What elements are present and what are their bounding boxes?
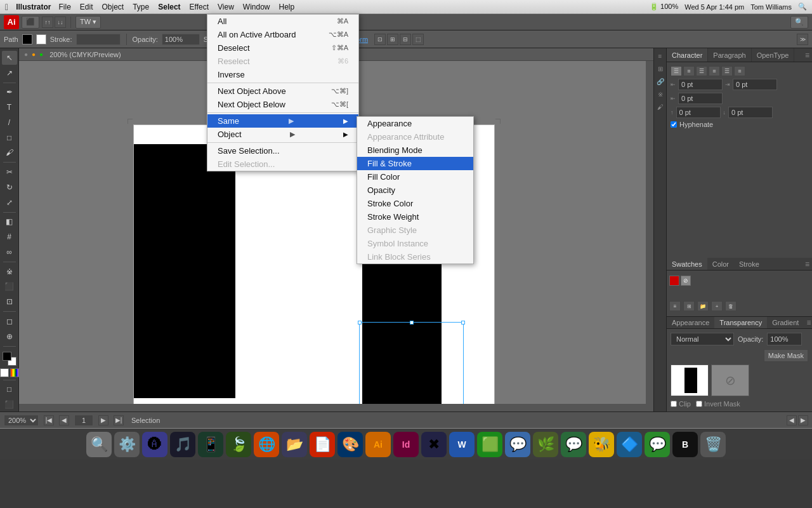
last-page-btn[interactable]: ▶| [114,415,124,425]
twinw-button[interactable]: TW ▾ [75,16,101,29]
artboards-panel-btn[interactable]: ⊞ [655,64,665,74]
menu-object[interactable]: Object [102,3,124,11]
invert-checkbox[interactable] [696,401,702,407]
horizontal-scrollbar[interactable] [19,404,646,411]
minimize-btn[interactable]: ● [32,51,36,58]
mask-preview-image[interactable] [671,364,709,396]
swatch-grid-view[interactable]: ⊞ [683,301,695,311]
send-back-button[interactable]: ↓↓ [55,17,66,28]
dock-photoshop[interactable]: 🎨 [337,432,363,457]
clip-checkbox[interactable] [671,401,677,407]
space-after-input[interactable] [728,107,773,118]
menu-type[interactable]: Type [133,3,149,11]
menu-edit[interactable]: Edit [80,3,93,11]
menu-effect[interactable]: Effect [190,3,209,11]
dock-word[interactable]: W [449,432,475,457]
right-indent-input[interactable] [733,79,777,90]
mesh-tool[interactable]: # [2,230,17,244]
align-center[interactable]: ≡ [683,66,695,76]
handle-tl[interactable] [358,321,362,324]
submenu-fill-stroke[interactable]: Fill & Stroke [357,157,473,170]
handle-tr[interactable] [461,321,465,324]
slice-tool[interactable]: ⊡ [2,295,17,309]
pen-tool[interactable]: ✒ [2,85,17,99]
dock-bee[interactable]: 🐝 [589,432,614,457]
submenu-opacity[interactable]: Opacity [357,184,473,197]
red-swatch[interactable] [669,276,679,286]
align-justify[interactable]: ≡ [709,66,720,76]
menu-all[interactable]: All ⌘A [207,15,358,28]
align-left[interactable]: ☰ [671,66,682,76]
next-page-btn[interactable]: ▶ [98,415,108,425]
menu-all-artboard[interactable]: All on Active Artboard ⌥⌘A [207,28,358,41]
bottom-panel-menu[interactable]: ≡ [804,318,812,327]
close-btn[interactable]: ● [24,51,28,58]
opacity-input[interactable] [162,34,200,45]
submenu-stroke-color[interactable]: Stroke Color [357,197,473,210]
apple-icon[interactable]:  [5,2,8,12]
blend-tool[interactable]: ∞ [2,245,17,259]
wrap-btn[interactable]: ⬚ [412,34,424,45]
menu-window[interactable]: Window [243,3,270,11]
submenu-appearance[interactable]: Appearance [357,117,473,130]
type-tool[interactable]: T [2,100,17,114]
spacing-btn[interactable]: ⊟ [400,34,411,45]
tab-transparency[interactable]: Transparency [714,317,767,328]
symbols-panel-btn[interactable]: ※ [655,89,665,99]
align-justify-all[interactable]: ≡ [734,66,745,76]
distribute-btn[interactable]: ⊞ [387,34,398,45]
dock-chrome[interactable]: 🌐 [254,432,279,457]
links-panel-btn[interactable]: 🔗 [655,76,665,86]
menu-help[interactable]: Help [279,3,295,11]
menu-save-selection[interactable]: Save Selection... [207,144,358,157]
bring-front-button[interactable]: ↑↑ [42,17,53,28]
stroke-input[interactable] [76,34,121,45]
first-line-indent[interactable] [678,93,723,104]
swatch-add[interactable]: + [711,301,723,311]
menu-object[interactable]: Object ▶ [207,128,358,141]
menu-next-above[interactable]: Next Object Above ⌥⌘] [207,84,358,98]
scroll-right-btn[interactable]: ▶ [798,415,808,425]
first-page-btn[interactable]: |◀ [44,415,54,425]
rotate-tool[interactable]: ↻ [2,180,17,194]
mask-preview-invert[interactable]: ⊘ [711,364,749,396]
tab-appearance[interactable]: Appearance [667,317,714,328]
menu-next-below[interactable]: Next Object Below ⌥⌘[ [207,98,358,111]
column-tool[interactable]: ⬛ [2,280,17,294]
panel-menu-btn[interactable]: ≡ [802,51,812,60]
fill-none[interactable] [0,368,9,377]
dock-acrobat[interactable]: 📄 [310,432,335,457]
panel-toggle[interactable]: ≫ [797,34,808,45]
menu-inverse[interactable]: Inverse [207,68,358,81]
screen-mode[interactable]: ⬛ [2,398,17,411]
layers-panel-btn[interactable]: ≡ [655,51,665,61]
vertical-scrollbar[interactable] [646,61,653,411]
zoom-tool[interactable]: ⊕ [2,330,17,344]
dock-cisco[interactable]: 🔷 [617,432,642,457]
scale-tool[interactable]: ⤢ [2,196,17,210]
prev-page-btn[interactable]: ◀ [59,415,69,425]
workspace-button[interactable]: ⬛ [22,16,39,29]
scissors-tool[interactable]: ✂ [2,165,17,179]
tab-opentype[interactable]: OpenType [752,48,795,62]
space-before-input[interactable] [676,107,721,118]
swatch-folder[interactable]: 📁 [697,301,709,311]
none-swatch[interactable]: ⊘ [681,276,691,286]
tab-swatches[interactable]: Swatches [667,258,707,270]
stroke-swatch[interactable] [36,34,46,44]
color-gradient[interactable] [10,368,19,377]
submenu-fill-color[interactable]: Fill Color [357,170,473,184]
opacity-value-input[interactable] [767,333,802,345]
tab-color[interactable]: Color [707,258,734,270]
symbol-tool[interactable]: ※ [2,265,17,279]
page-number-input[interactable] [74,415,93,426]
direct-select-tool[interactable]: ↗ [2,66,17,80]
rect-tool[interactable]: □ [2,131,17,145]
dock-settings[interactable]: ⚙️ [114,432,140,457]
tab-stroke[interactable]: Stroke [734,258,764,270]
dock-music[interactable]: 🎵 [170,432,195,457]
tab-gradient[interactable]: Gradient [767,317,804,328]
align-right[interactable]: ☰ [696,66,707,76]
blend-mode-select[interactable]: Normal Multiply Screen Overlay [671,333,734,345]
make-mask-button[interactable]: Make Mask [764,349,808,362]
